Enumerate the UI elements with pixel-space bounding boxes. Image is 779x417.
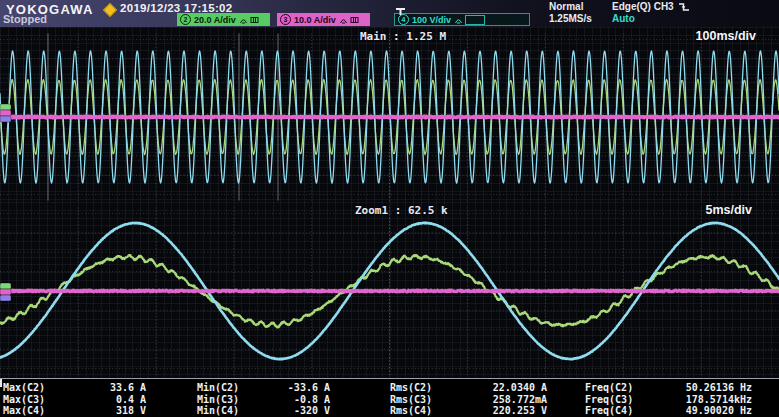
rms-c4-value: 220.253 V <box>493 405 547 417</box>
measurement-row: Freq(C4) 49.90020 Hz <box>585 405 752 417</box>
rms-c3-value: 258.772mA <box>493 394 547 406</box>
rms-c4-label: Rms(C4) <box>390 405 432 417</box>
measurement-row: Max(C2) 33.6 A <box>3 382 146 394</box>
channel4-scale: 100 V/div <box>412 15 451 25</box>
measurement-row: Freq(C2) 50.26136 Hz <box>585 382 752 394</box>
main-record-label: Main : 1.25 M <box>360 30 446 43</box>
freq-c2-label: Freq(C2) <box>585 382 633 394</box>
coupling-icon <box>350 16 359 24</box>
min-c2-value: -33.6 A <box>288 382 330 394</box>
channel3-settings[interactable]: 3 10.0 A/div <box>277 13 370 26</box>
min-c3-value: -0.8 A <box>294 394 330 406</box>
channel3-probe-coupling-icons <box>339 16 359 24</box>
coupling-icon <box>250 16 259 24</box>
measurement-row: Min(C3) -0.8 A <box>197 394 330 406</box>
current-probe-icon <box>339 16 348 24</box>
channel2-settings[interactable]: 2 20.0 A/div <box>177 13 270 26</box>
freq-column: Freq(C2) 50.26136 Hz Freq(C3) 178.5714kH… <box>585 382 752 417</box>
main-waveform-plot <box>0 27 779 202</box>
panel-tick <box>0 379 2 387</box>
trigger-source: Edge(Q) CH3 <box>612 1 674 13</box>
channel4-probe-coupling-icons <box>454 15 485 25</box>
zoom-waveform-window[interactable]: Zoom1 : 62.5 k 5ms/div <box>0 202 779 378</box>
acquisition-info: Normal 1.25MS/s <box>549 1 592 25</box>
measurement-row: Min(C2) -33.6 A <box>197 382 330 394</box>
sample-rate: 1.25MS/s <box>549 13 592 25</box>
trigger-position-icon[interactable] <box>396 8 405 15</box>
header-bar: YOKOGAWA 2019/12/23 17:15:02 Stopped 2 2… <box>0 0 779 27</box>
channel4-number: 4 <box>398 14 409 25</box>
max-c3-label: Max(C3) <box>3 394 45 406</box>
freq-c4-value: 49.90020 Hz <box>686 405 752 417</box>
max-c3-value: 0.4 A <box>116 394 146 406</box>
trigger-info: Edge(Q) CH3 Auto <box>612 1 690 25</box>
measurement-row: Rms(C2) 22.0340 A <box>390 382 547 394</box>
rms-c2-value: 22.0340 A <box>493 382 547 394</box>
rms-column: Rms(C2) 22.0340 A Rms(C3) 258.772mA Rms(… <box>390 382 547 417</box>
channel4-settings[interactable]: 4 100 V/div <box>394 13 530 26</box>
acquisition-status: Stopped <box>3 13 47 25</box>
min-c4-value: -320 V <box>294 405 330 417</box>
channel3-number: 3 <box>280 14 291 25</box>
freq-c3-label: Freq(C3) <box>585 394 633 406</box>
falling-edge-icon <box>678 2 690 12</box>
trigger-mode: Auto <box>612 13 690 25</box>
brand-diamond-icon <box>103 3 117 17</box>
max-c2-value: 33.6 A <box>110 382 146 394</box>
measurement-row: Max(C4) 318 V <box>3 405 146 417</box>
measurement-panel: Max(C2) 33.6 A Max(C3) 0.4 A Max(C4) 318… <box>0 378 779 417</box>
measurement-row: Rms(C4) 220.253 V <box>390 405 547 417</box>
rms-c3-label: Rms(C3) <box>390 394 432 406</box>
impedance-box-icon <box>465 15 485 25</box>
oscilloscope-screen: YOKOGAWA 2019/12/23 17:15:02 Stopped 2 2… <box>0 0 779 417</box>
measurement-row: Min(C4) -320 V <box>197 405 330 417</box>
zoom-timebase: 5ms/div <box>705 203 752 217</box>
zoom-record-label: Zoom1 : 62.5 k <box>355 204 448 217</box>
channel2-scale: 20.0 A/div <box>194 15 236 25</box>
min-c3-label: Min(C3) <box>197 394 239 406</box>
max-c4-value: 318 V <box>116 405 146 417</box>
current-probe-icon <box>239 16 248 24</box>
main-waveform-window[interactable]: Main : 1.25 M 100ms/div <box>0 27 779 202</box>
zoom-waveform-plot <box>0 202 779 378</box>
max-column: Max(C2) 33.6 A Max(C3) 0.4 A Max(C4) 318… <box>3 382 146 417</box>
measurement-row: Freq(C3) 178.5714kHz <box>585 394 752 406</box>
min-c2-label: Min(C2) <box>197 382 239 394</box>
voltage-probe-icon <box>454 16 463 24</box>
measurement-row: Max(C3) 0.4 A <box>3 394 146 406</box>
channel3-scale: 10.0 A/div <box>294 15 336 25</box>
max-c4-label: Max(C4) <box>3 405 45 417</box>
acq-mode: Normal <box>549 1 592 13</box>
freq-c3-value: 178.5714kHz <box>686 394 752 406</box>
measurement-row: Rms(C3) 258.772mA <box>390 394 547 406</box>
freq-c4-label: Freq(C4) <box>585 405 633 417</box>
freq-c2-value: 50.26136 Hz <box>686 382 752 394</box>
min-column: Min(C2) -33.6 A Min(C3) -0.8 A Min(C4) -… <box>197 382 330 417</box>
channel2-probe-coupling-icons <box>239 16 259 24</box>
max-c2-label: Max(C2) <box>3 382 45 394</box>
rms-c2-label: Rms(C2) <box>390 382 432 394</box>
main-timebase: 100ms/div <box>696 29 756 43</box>
min-c4-label: Min(C4) <box>197 405 239 417</box>
channel2-number: 2 <box>180 14 191 25</box>
